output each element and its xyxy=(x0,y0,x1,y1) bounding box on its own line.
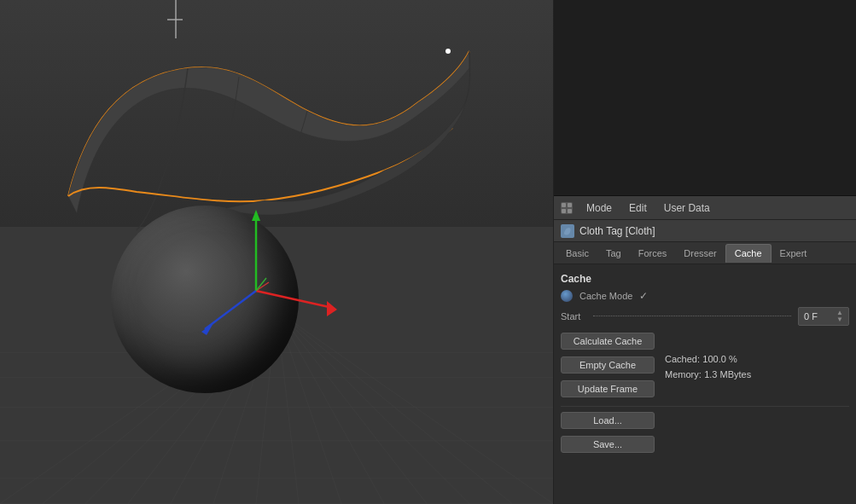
divider xyxy=(561,406,849,407)
memory-label: Memory: xyxy=(665,369,702,379)
cache-mode-icon xyxy=(561,290,573,302)
start-stepper[interactable]: ▲ ▼ xyxy=(836,310,843,323)
start-value-text: 0 F xyxy=(804,311,818,322)
buttons-info-row: Calculate Cache Empty Cache Update Frame… xyxy=(561,333,849,401)
object-title-label: Cloth Tag [Cloth] xyxy=(579,225,655,237)
viewport-3d[interactable] xyxy=(0,0,553,504)
action-buttons-col: Calculate Cache Empty Cache Update Frame xyxy=(561,333,655,401)
cache-info-col: Cached: 100.0 % Memory: 1.3 MBytes xyxy=(665,333,751,401)
cached-label: Cached: xyxy=(665,354,700,364)
memory-row: Memory: 1.3 MBytes xyxy=(665,368,751,380)
svg-rect-34 xyxy=(568,209,572,213)
svg-rect-32 xyxy=(568,203,572,207)
cached-row: Cached: 100.0 % xyxy=(665,353,751,365)
svg-rect-33 xyxy=(562,209,566,213)
calculate-cache-button[interactable]: Calculate Cache xyxy=(561,333,655,350)
cached-value: 100.0 % xyxy=(702,354,737,364)
empty-cache-button[interactable]: Empty Cache xyxy=(561,356,655,374)
menu-bar: Mode Edit User Data xyxy=(554,196,856,220)
cache-mode-label: Cache Mode xyxy=(579,291,632,301)
tab-tag[interactable]: Tag xyxy=(597,245,630,262)
start-value-field[interactable]: 0 F ▲ ▼ xyxy=(798,307,849,326)
update-frame-button[interactable]: Update Frame xyxy=(561,380,655,397)
content-area: Cache Cache Mode ✓ Start 0 F ▲ ▼ Calcula… xyxy=(554,264,856,504)
tab-cache[interactable]: Cache xyxy=(725,244,772,263)
load-save-col: Load... Save... xyxy=(561,412,849,456)
crosshair-horizontal xyxy=(167,19,183,20)
start-row: Start 0 F ▲ ▼ xyxy=(561,307,849,326)
save-button[interactable]: Save... xyxy=(561,436,655,453)
cache-section-header: Cache xyxy=(561,273,849,285)
memory-value: 1.3 MBytes xyxy=(704,369,751,379)
object-title-bar: Cloth Tag [Cloth] xyxy=(554,220,856,242)
panel-preview-area xyxy=(554,0,856,196)
cache-mode-row: Cache Mode ✓ xyxy=(561,290,849,302)
panel-icon xyxy=(561,202,573,214)
properties-panel: Mode Edit User Data Cloth Tag [Cloth] Ba… xyxy=(553,0,856,504)
sphere-object xyxy=(111,206,299,393)
tab-dresser[interactable]: Dresser xyxy=(675,245,725,262)
cloth-tag-icon xyxy=(561,224,574,238)
svg-point-21 xyxy=(445,49,451,54)
svg-rect-31 xyxy=(562,203,566,207)
tab-basic[interactable]: Basic xyxy=(557,245,597,262)
menu-edit[interactable]: Edit xyxy=(626,200,650,216)
menu-userdata[interactable]: User Data xyxy=(661,200,713,216)
tab-bar: Basic Tag Forces Dresser Cache Expert xyxy=(554,242,856,264)
cache-mode-check[interactable]: ✓ xyxy=(639,290,648,302)
start-stepper-down[interactable]: ▼ xyxy=(836,316,843,323)
start-label: Start xyxy=(561,311,586,322)
load-button[interactable]: Load... xyxy=(561,412,655,429)
tab-forces[interactable]: Forces xyxy=(630,245,676,262)
tab-expert[interactable]: Expert xyxy=(772,245,816,262)
start-dotted-line xyxy=(593,316,791,316)
menu-mode[interactable]: Mode xyxy=(583,200,615,216)
